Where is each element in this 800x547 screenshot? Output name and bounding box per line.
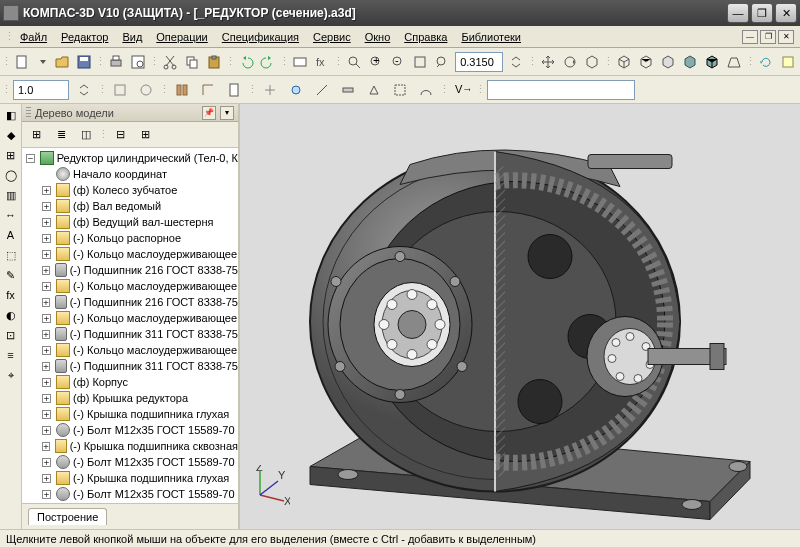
tb2-g[interactable] xyxy=(285,79,307,101)
viewport-3d[interactable]: Z X Y xyxy=(240,104,800,529)
tree-node[interactable]: +(-) Подшипник 216 ГОСТ 8338-75 xyxy=(22,262,238,278)
zoom-window-button[interactable] xyxy=(345,51,363,73)
tree-node[interactable]: +(-) Кольцо маслоудерживающее xyxy=(22,278,238,294)
pt-b[interactable]: ≣ xyxy=(50,124,72,146)
panel-pin[interactable]: 📌 xyxy=(202,106,216,120)
tree-twisty[interactable]: + xyxy=(42,186,51,195)
lt-6[interactable]: ↔ xyxy=(2,206,20,224)
variables-button[interactable]: fx xyxy=(313,51,331,73)
orient-button[interactable] xyxy=(583,51,601,73)
tb2-f[interactable] xyxy=(259,79,281,101)
zoom-step[interactable] xyxy=(507,51,525,73)
lt-14[interactable]: ⌖ xyxy=(2,366,20,384)
pt-e[interactable]: ⊞ xyxy=(134,124,156,146)
tree-twisty[interactable]: + xyxy=(42,426,51,435)
redo-button[interactable] xyxy=(259,51,277,73)
tree-twisty[interactable]: + xyxy=(42,346,51,355)
tree-twisty[interactable]: + xyxy=(42,362,50,371)
tree-node[interactable]: +(-) Кольцо распорное xyxy=(22,230,238,246)
tree-twisty[interactable]: + xyxy=(42,458,51,467)
no-hidden-button[interactable] xyxy=(659,51,677,73)
shaded-button[interactable] xyxy=(681,51,699,73)
tb2-k[interactable] xyxy=(389,79,411,101)
tree-node[interactable]: +(-) Крышка подшипника сквозная xyxy=(22,438,238,454)
tb2-j[interactable] xyxy=(363,79,385,101)
tree-twisty[interactable]: + xyxy=(42,202,51,211)
menu-spec[interactable]: Спецификация xyxy=(216,29,305,45)
orientation-field[interactable] xyxy=(487,80,635,100)
lt-13[interactable]: ≡ xyxy=(2,346,20,364)
pt-c[interactable]: ◫ xyxy=(75,124,97,146)
tb2-e[interactable] xyxy=(223,79,245,101)
tree-node[interactable]: +(ф) Корпус xyxy=(22,374,238,390)
tree-node[interactable]: +(-) Кольцо маслоудерживающее xyxy=(22,310,238,326)
maximize-button[interactable]: ❐ xyxy=(751,3,773,23)
lt-7[interactable]: A xyxy=(2,226,20,244)
close-button[interactable]: ✕ xyxy=(775,3,797,23)
pt-d[interactable]: ⊟ xyxy=(109,124,131,146)
tree-twisty[interactable]: + xyxy=(42,250,51,259)
tb2-d[interactable] xyxy=(197,79,219,101)
perspective-button[interactable] xyxy=(725,51,743,73)
tree-node[interactable]: +(-) Подшипник 311 ГОСТ 8338-75 xyxy=(22,326,238,342)
menu-edit[interactable]: Редактор xyxy=(55,29,114,45)
tb2-a[interactable] xyxy=(109,79,131,101)
menu-libs[interactable]: Библиотеки xyxy=(455,29,527,45)
mdi-restore[interactable]: ❐ xyxy=(760,30,776,44)
open-button[interactable] xyxy=(53,51,71,73)
lt-2[interactable]: ◆ xyxy=(2,126,20,144)
tree-twisty[interactable]: + xyxy=(42,282,51,291)
tree-twisty[interactable]: + xyxy=(42,330,50,339)
tree-node[interactable]: +(ф) Ведущий вал-шестерня xyxy=(22,214,238,230)
tree-twisty[interactable]: + xyxy=(42,234,51,243)
pan-button[interactable] xyxy=(539,51,557,73)
tree-twisty[interactable]: + xyxy=(42,314,51,323)
lt-8[interactable]: ⬚ xyxy=(2,246,20,264)
tab-build[interactable]: Построение xyxy=(28,508,107,525)
pt-a[interactable]: ⊞ xyxy=(25,124,47,146)
tree-node[interactable]: +(-) Подшипник 216 ГОСТ 8338-75 xyxy=(22,294,238,310)
tb2-h[interactable] xyxy=(311,79,333,101)
print-button[interactable] xyxy=(107,51,125,73)
tree-twisty[interactable]: + xyxy=(42,474,51,483)
shaded-edges-button[interactable] xyxy=(703,51,721,73)
menu-operations[interactable]: Операции xyxy=(150,29,213,45)
refresh-button[interactable] xyxy=(757,51,775,73)
tb2-c[interactable] xyxy=(171,79,193,101)
menu-help[interactable]: Справка xyxy=(398,29,453,45)
rotate-button[interactable] xyxy=(561,51,579,73)
mdi-minimize[interactable]: — xyxy=(742,30,758,44)
tree-twisty[interactable]: + xyxy=(42,266,50,275)
new-button[interactable] xyxy=(13,51,31,73)
tb2-b[interactable] xyxy=(135,79,157,101)
tree-node[interactable]: +(-) Крышка подшипника глухая xyxy=(22,470,238,486)
zoom-prev-button[interactable] xyxy=(433,51,451,73)
tb2-vx[interactable]: V→ xyxy=(451,79,473,101)
tree-twisty[interactable]: + xyxy=(42,490,51,499)
tb2-l[interactable] xyxy=(415,79,437,101)
paste-button[interactable] xyxy=(205,51,223,73)
panel-header[interactable]: Дерево модели 📌 ▾ xyxy=(22,104,238,122)
tree-twisty[interactable]: + xyxy=(42,394,51,403)
preview-button[interactable] xyxy=(129,51,147,73)
tree-twisty[interactable]: + xyxy=(42,298,50,307)
lt-3[interactable]: ⊞ xyxy=(2,146,20,164)
tree-node[interactable]: +(-) Кольцо маслоудерживающее xyxy=(22,342,238,358)
new-dropdown[interactable] xyxy=(35,51,49,73)
tree-twisty[interactable]: + xyxy=(42,442,50,451)
hidden-lines-button[interactable] xyxy=(637,51,655,73)
tree-twisty[interactable]: + xyxy=(42,378,51,387)
spin-field[interactable]: 1.0 xyxy=(13,80,69,100)
zoom-fit-button[interactable] xyxy=(411,51,429,73)
undo-button[interactable] xyxy=(237,51,255,73)
tree-node[interactable]: +(-) Болт M12x35 ГОСТ 15589-70 xyxy=(22,422,238,438)
lt-12[interactable]: ⊡ xyxy=(2,326,20,344)
menu-window[interactable]: Окно xyxy=(359,29,397,45)
tree-node[interactable]: +(ф) Колесо зубчатое xyxy=(22,182,238,198)
tb2-i[interactable] xyxy=(337,79,359,101)
rebuild-button[interactable] xyxy=(779,51,797,73)
panel-dropdown[interactable]: ▾ xyxy=(220,106,234,120)
menu-view[interactable]: Вид xyxy=(116,29,148,45)
manager-button[interactable] xyxy=(291,51,309,73)
tree-node[interactable]: Начало координат xyxy=(22,166,238,182)
